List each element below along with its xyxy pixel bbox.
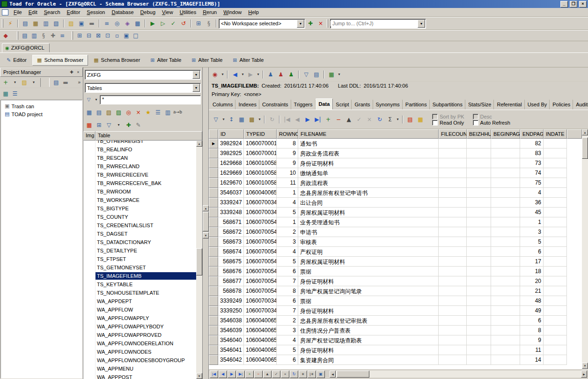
table-row[interactable]: 3546039 1060040065 3 住房情况分户普查表 8 bbox=[209, 326, 582, 335]
toolbar-grip[interactable] bbox=[17, 31, 18, 40]
WA_APPPOST[interactable]: WA_APPPOST bbox=[83, 373, 196, 379]
cell-rowno[interactable]: 2 bbox=[277, 227, 298, 237]
scroll-track[interactable] bbox=[196, 147, 202, 373]
table-row[interactable]: 3982924 1060070001 8 通知书 82 bbox=[209, 139, 582, 149]
cell-id[interactable]: 568672 bbox=[218, 227, 244, 237]
window-tab[interactable]: ⊞ Alter Table bbox=[187, 55, 227, 66]
cancel-edit-icon[interactable]: × bbox=[364, 114, 375, 125]
database-monitor-icon[interactable]: ▥ bbox=[41, 18, 51, 29]
cell-filename[interactable]: 缴纳通知单 bbox=[298, 168, 439, 178]
cell-id[interactable]: 3546038 bbox=[218, 316, 244, 326]
TS_NOHOUSETEMPLATE[interactable]: TS_NOHOUSETEMPLATE bbox=[83, 289, 196, 297]
object-list-icon[interactable]: ▤ bbox=[311, 69, 322, 80]
single-record-view-icon[interactable]: ▣ bbox=[316, 371, 325, 378]
cell-endpage[interactable]: 17 bbox=[520, 257, 544, 267]
cell-rowno[interactable]: 6 bbox=[277, 267, 298, 276]
prior-record-icon[interactable]: ◀ bbox=[292, 114, 302, 125]
cell-indate[interactable] bbox=[544, 267, 567, 276]
menu-item[interactable]: Utilities bbox=[176, 8, 199, 16]
cell-endpage[interactable]: 3 bbox=[520, 227, 544, 237]
scroll-left-icon[interactable]: ◀ bbox=[330, 371, 336, 378]
splitter-down-icon[interactable]: ▼ bbox=[203, 232, 209, 238]
TB_RWROOM[interactable]: TB_RWROOM bbox=[83, 187, 196, 196]
cell-typeid[interactable]: 1060070054 bbox=[244, 247, 277, 257]
toolbar-grip[interactable] bbox=[327, 19, 328, 28]
splitter-up-icon[interactable]: ▲ bbox=[203, 205, 209, 211]
cell-beginpage[interactable] bbox=[491, 237, 520, 247]
refresh-locked-icon[interactable]: ↻ bbox=[267, 114, 277, 125]
cell-rowno[interactable]: 4 bbox=[277, 198, 298, 208]
open-project-dropdown[interactable]: ▾ bbox=[29, 78, 38, 87]
cell-filecount[interactable] bbox=[439, 178, 467, 188]
cell-endpage[interactable]: 11 bbox=[520, 345, 544, 355]
cell-filename[interactable]: 房政流程表 bbox=[298, 178, 439, 188]
TS_DAGSET[interactable]: TS_DAGSET bbox=[83, 230, 196, 238]
cell-beginpage[interactable] bbox=[491, 316, 520, 326]
cell-rowno[interactable]: 9 bbox=[277, 158, 298, 168]
cell-filecount[interactable] bbox=[439, 355, 467, 365]
detail-tab[interactable]: Stats/Size bbox=[465, 99, 494, 110]
cell-typeid[interactable]: 1060070034 bbox=[244, 306, 277, 316]
toolbar-grip[interactable] bbox=[72, 31, 73, 40]
cell-filecount[interactable] bbox=[439, 217, 467, 227]
cell-indate[interactable] bbox=[544, 316, 567, 326]
cell-beizhhu[interactable] bbox=[467, 306, 491, 316]
object-type-select[interactable]: Tables ▼ bbox=[85, 83, 201, 93]
cell-filename[interactable]: 通知书 bbox=[298, 139, 439, 149]
detail-tab[interactable]: Script bbox=[333, 99, 352, 110]
cell-endpage[interactable]: 82 bbox=[520, 139, 544, 149]
splitter-thumb[interactable] bbox=[203, 212, 209, 231]
cell-endpage[interactable]: 4 bbox=[520, 188, 544, 198]
cell-indate[interactable] bbox=[544, 149, 567, 158]
user-objects-icon[interactable]: ♟ bbox=[276, 69, 286, 80]
filter-data-icon[interactable]: ▽ bbox=[211, 114, 221, 125]
cell-filename[interactable]: 集资建房合同 bbox=[298, 355, 439, 365]
cell-endpage[interactable]: 5 bbox=[520, 237, 544, 247]
analyze-table-icon[interactable]: ✎ bbox=[133, 120, 143, 130]
cell-beizhhu[interactable] bbox=[467, 267, 491, 276]
save-file-icon[interactable]: ▣ bbox=[76, 18, 87, 29]
cell-rowno[interactable]: 5 bbox=[277, 345, 298, 355]
menu-item[interactable]: Database bbox=[108, 8, 137, 16]
cell-id[interactable]: 3339250 bbox=[218, 306, 244, 316]
WA_APPFLOWNODERELATION[interactable]: WA_APPFLOWNODERELATION bbox=[83, 339, 196, 348]
chevron-down-icon[interactable]: ▼ bbox=[297, 20, 304, 28]
schema-users-icon[interactable]: ♟ bbox=[265, 69, 276, 80]
TB_RWRECRECEIVE[interactable]: TB_RWRECRECEIVE bbox=[83, 171, 196, 179]
scroll-track[interactable] bbox=[582, 135, 588, 363]
table-row[interactable]: 568674 1060070054 4 产权证明 6 bbox=[209, 247, 582, 257]
cell-beizhhu[interactable] bbox=[467, 286, 491, 296]
scroll-down-icon[interactable]: ▼ bbox=[582, 363, 588, 369]
copy-table-icon[interactable]: ▤ bbox=[94, 107, 104, 117]
cell-endpage[interactable]: 9 bbox=[520, 335, 544, 345]
cell-typeid[interactable]: 1060070054 bbox=[244, 257, 277, 267]
tile-horizontal-icon[interactable]: ⊡ bbox=[103, 31, 112, 40]
grid-options-dropdown[interactable]: ▾ bbox=[257, 114, 262, 125]
document-list-icon[interactable]: ≡ bbox=[58, 31, 67, 40]
table-row[interactable]: 568672 1060070054 2 申请书 3 bbox=[209, 227, 582, 237]
cell-beginpage[interactable] bbox=[491, 168, 520, 178]
cell-beizhhu[interactable] bbox=[467, 247, 491, 257]
workspace-select[interactable]: <No Workspace selected> ▼ bbox=[219, 19, 305, 29]
cell-beizhhu[interactable] bbox=[467, 168, 491, 178]
schema-select[interactable]: ZXFG ▼ bbox=[85, 70, 201, 80]
workspace-add-icon[interactable]: ✚ bbox=[305, 18, 316, 29]
cell-filecount[interactable] bbox=[439, 276, 467, 286]
window-tab[interactable]: ✎ Editor bbox=[2, 55, 31, 66]
window-tab[interactable]: ▦ Schema Browser bbox=[32, 55, 88, 66]
next-record-icon[interactable]: ▶ bbox=[302, 114, 313, 125]
panel-splitter[interactable]: ▲ ▼ bbox=[203, 67, 209, 379]
cell-endpage[interactable]: 36 bbox=[520, 198, 544, 208]
close-panel-icon[interactable]: × bbox=[75, 69, 81, 75]
detail-tab[interactable]: Subpartitions bbox=[430, 99, 465, 110]
cell-filecount[interactable] bbox=[439, 139, 467, 149]
WA_APPFLOWAPPROVED[interactable]: WA_APPFLOWAPPROVED bbox=[83, 331, 196, 339]
column-header[interactable]: TYPEID bbox=[244, 129, 277, 139]
cell-beginpage[interactable] bbox=[491, 345, 520, 355]
add-project-item-dropdown[interactable]: ▾ bbox=[10, 78, 20, 87]
cell-rowno[interactable]: 8 bbox=[277, 286, 298, 296]
cell-indate[interactable] bbox=[544, 198, 567, 208]
TS_IMAGEFILEMB[interactable]: TS_IMAGEFILEMB bbox=[83, 272, 196, 280]
cell-filecount[interactable] bbox=[439, 267, 467, 276]
refresh-data-icon[interactable]: ↻ bbox=[375, 114, 385, 125]
